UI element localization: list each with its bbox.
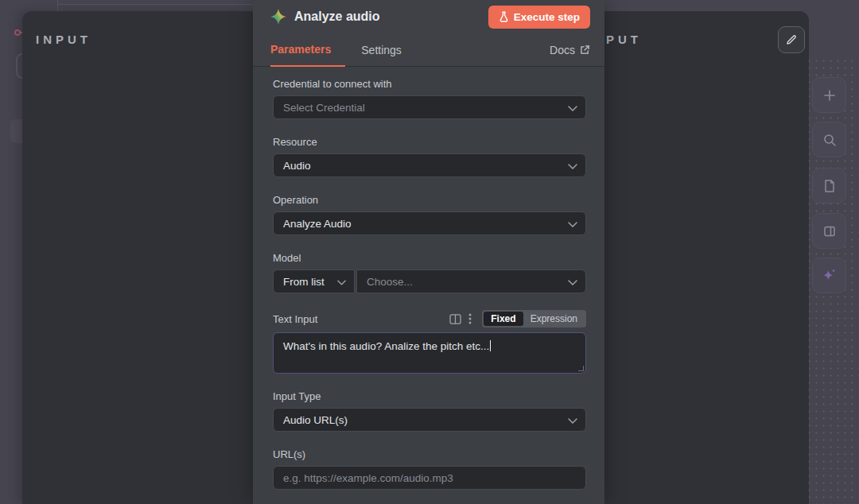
flask-icon bbox=[499, 11, 509, 22]
ai-assistant-button[interactable] bbox=[812, 258, 846, 293]
credential-select[interactable]: Select Credential bbox=[273, 95, 586, 119]
model-choose-select[interactable]: Choose... bbox=[356, 269, 586, 293]
output-panel: PUT bbox=[604, 11, 809, 504]
credential-placeholder: Select Credential bbox=[283, 102, 365, 114]
model-mode-select[interactable]: From list bbox=[273, 269, 355, 293]
input-type-label: Input Type bbox=[273, 390, 586, 402]
input-panel: INPUT bbox=[22, 11, 253, 504]
resource-value: Audio bbox=[283, 160, 311, 172]
edit-output-button[interactable] bbox=[778, 26, 805, 53]
model-mode-value: From list bbox=[283, 276, 325, 288]
model-label: Model bbox=[273, 252, 586, 264]
node-connector-dot bbox=[14, 29, 21, 36]
input-panel-title: INPUT bbox=[36, 33, 91, 46]
model-placeholder: Choose... bbox=[367, 276, 413, 288]
resource-select[interactable]: Audio bbox=[273, 153, 586, 177]
split-panel-button[interactable] bbox=[812, 213, 846, 249]
pencil-icon bbox=[785, 33, 798, 46]
text-input-textarea[interactable]: What's in this audio? Analize the pitch … bbox=[273, 332, 586, 374]
node-config-modal: Analyze audio Execute step Parameters Se… bbox=[253, 0, 604, 504]
chevron-down-icon bbox=[568, 106, 577, 111]
parameters-panel: Credential to connect with Select Creden… bbox=[253, 67, 604, 490]
chevron-down-icon bbox=[568, 280, 577, 285]
text-input-value: What's in this audio? Analize the pitch … bbox=[283, 340, 489, 352]
tab-settings[interactable]: Settings bbox=[361, 33, 402, 67]
search-icon bbox=[822, 133, 837, 147]
text-input-label: Text Input bbox=[273, 313, 317, 325]
gemini-node-icon bbox=[270, 9, 286, 25]
chevron-down-icon bbox=[568, 418, 577, 424]
docs-link[interactable]: Docs bbox=[550, 44, 590, 56]
external-link-icon bbox=[580, 45, 590, 55]
input-type-select[interactable]: Audio URL(s) bbox=[273, 408, 586, 432]
options-dots-icon[interactable] bbox=[468, 313, 472, 324]
operation-select[interactable]: Analyze Audio bbox=[273, 211, 586, 235]
chevron-down-icon bbox=[568, 164, 577, 169]
plus-icon bbox=[822, 88, 837, 103]
ai-sparkle-icon bbox=[822, 268, 838, 284]
operation-value: Analyze Audio bbox=[283, 218, 352, 230]
urls-input[interactable] bbox=[273, 466, 586, 490]
canvas-toolbar bbox=[812, 77, 846, 302]
chevron-down-icon bbox=[568, 222, 577, 227]
node-title: Analyze audio bbox=[294, 10, 380, 24]
resource-label: Resource bbox=[273, 136, 586, 148]
input-type-value: Audio URL(s) bbox=[283, 414, 348, 426]
urls-label: URL(s) bbox=[273, 448, 586, 460]
operation-label: Operation bbox=[273, 194, 586, 206]
add-node-button[interactable] bbox=[812, 77, 846, 113]
canvas-node-edge bbox=[58, 4, 255, 5]
toggle-fixed[interactable]: Fixed bbox=[484, 312, 523, 326]
docs-link-label: Docs bbox=[550, 44, 575, 56]
inline-columns-icon[interactable] bbox=[449, 314, 461, 324]
split-panel-icon bbox=[822, 224, 837, 238]
text-cursor bbox=[490, 340, 491, 351]
modal-tabs: Parameters Settings Docs bbox=[253, 33, 604, 67]
chevron-down-icon bbox=[337, 280, 346, 285]
toggle-expression[interactable]: Expression bbox=[523, 312, 585, 326]
search-button[interactable] bbox=[812, 122, 846, 157]
resize-handle[interactable] bbox=[578, 366, 584, 371]
file-icon bbox=[822, 179, 837, 193]
canvas-node-edge bbox=[57, 0, 58, 11]
execute-step-label: Execute step bbox=[514, 11, 580, 23]
tab-parameters[interactable]: Parameters bbox=[270, 33, 345, 67]
file-button[interactable] bbox=[812, 168, 846, 204]
fixed-expression-toggle: Fixed Expression bbox=[482, 310, 586, 328]
output-panel-title: PUT bbox=[606, 33, 642, 46]
modal-header: Analyze audio Execute step bbox=[253, 0, 604, 33]
credential-label: Credential to connect with bbox=[273, 78, 586, 90]
execute-step-button[interactable]: Execute step bbox=[488, 6, 590, 29]
